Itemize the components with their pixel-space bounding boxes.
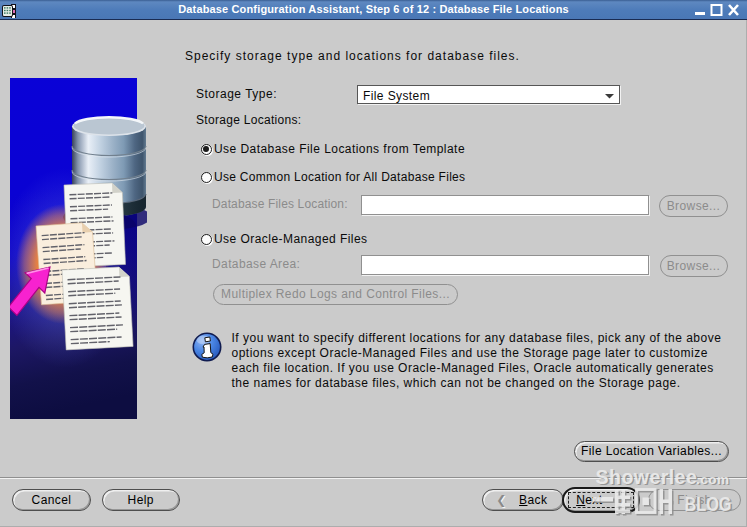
svg-text:BLOG: BLOG xyxy=(685,493,732,515)
svg-text:Showerlee: Showerlee xyxy=(596,466,698,488)
svg-text:.com: .com xyxy=(696,472,729,487)
